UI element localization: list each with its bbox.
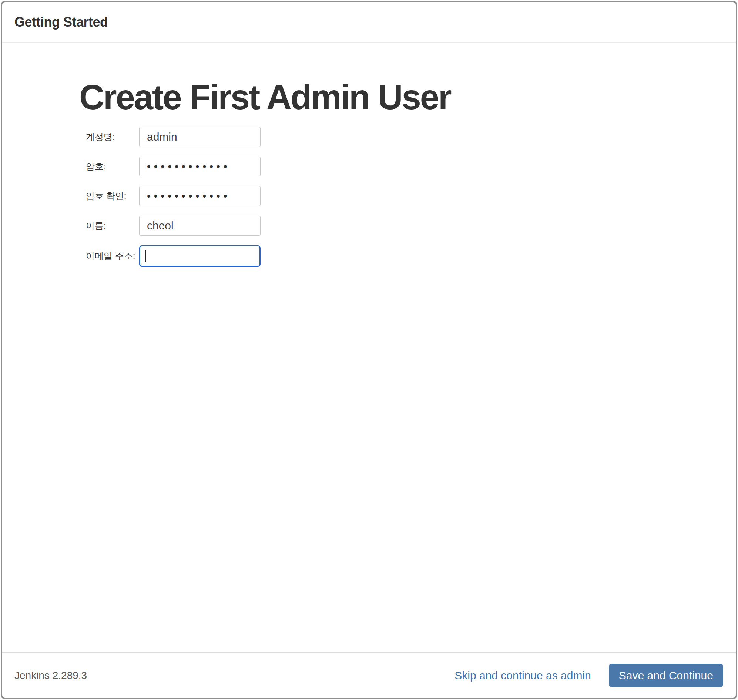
save-and-continue-button[interactable]: Save and Continue [609, 664, 723, 687]
email-label: 이메일 주소: [86, 250, 139, 262]
footer-actions: Skip and continue as admin Save and Cont… [455, 664, 723, 687]
dialog-title: Getting Started [15, 15, 108, 30]
email-input-wrap [139, 245, 261, 267]
jenkins-version-label: Jenkins 2.289.3 [15, 670, 87, 681]
dialog-header: Getting Started [2, 2, 736, 43]
form-row-password: 암호: [86, 156, 736, 176]
main-content: Create First Admin User 계정명: 암호: 암호 확인: … [2, 43, 736, 652]
skip-and-continue-link[interactable]: Skip and continue as admin [455, 669, 591, 682]
password-confirm-input[interactable] [139, 186, 261, 206]
form-row-password-confirm: 암호 확인: [86, 186, 736, 206]
fullname-label: 이름: [86, 220, 139, 232]
form-row-username: 계정명: [86, 127, 736, 147]
create-admin-form: 계정명: 암호: 암호 확인: 이름: 이메일 주소: [86, 127, 736, 267]
page-title: Create First Admin User [79, 79, 736, 116]
text-caret [145, 250, 146, 262]
dialog-footer: Jenkins 2.289.3 Skip and continue as adm… [2, 652, 736, 698]
setup-wizard-dialog: Getting Started Create First Admin User … [1, 1, 737, 699]
form-row-fullname: 이름: [86, 216, 736, 236]
username-input[interactable] [139, 127, 261, 147]
email-input[interactable] [139, 245, 261, 267]
password-input[interactable] [139, 156, 261, 176]
form-row-email: 이메일 주소: [86, 245, 736, 267]
password-label: 암호: [86, 160, 139, 172]
username-label: 계정명: [86, 131, 139, 143]
fullname-input[interactable] [139, 216, 261, 236]
password-confirm-label: 암호 확인: [86, 190, 139, 202]
